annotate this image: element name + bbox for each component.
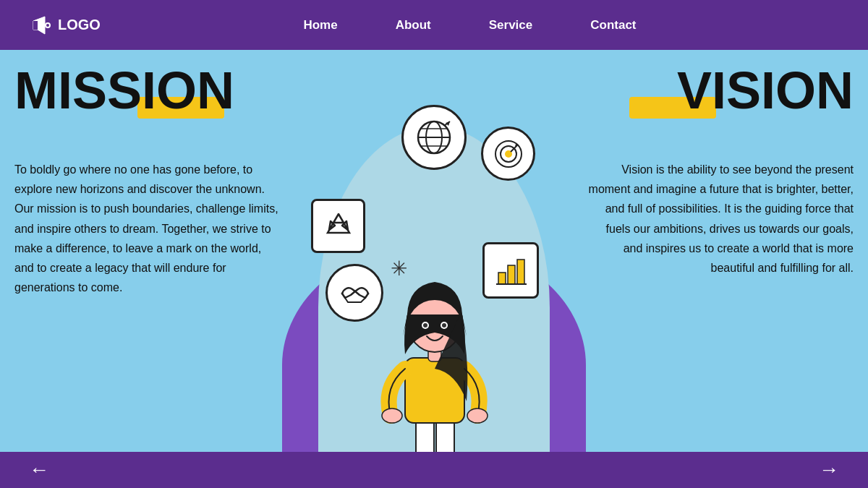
svg-rect-1 [33, 21, 38, 30]
svg-point-36 [442, 323, 446, 328]
nav-home[interactable]: Home [303, 18, 337, 33]
chart-icon-box [482, 242, 539, 299]
recycle-icon [320, 208, 357, 244]
person-svg [369, 242, 499, 488]
asterisk-decoration: ✳ [391, 257, 407, 281]
vision-title: VISION [677, 64, 854, 116]
mission-title: MISSION [14, 64, 234, 116]
vision-section: VISION Vision is the ability to see beyo… [564, 50, 868, 488]
recycle-icon-box [311, 199, 365, 253]
nav-service[interactable]: Service [489, 18, 533, 33]
svg-point-29 [382, 408, 402, 423]
center-illustration: ✳ [289, 83, 579, 488]
nav-links: Home About Service Contact [101, 18, 839, 33]
svg-point-30 [467, 408, 488, 423]
handshake-icon-box [326, 264, 383, 322]
mission-section: MISSION To boldly go where no one has go… [0, 50, 304, 488]
nav-contact[interactable]: Contact [590, 18, 636, 33]
logo[interactable]: LOGO [29, 14, 101, 37]
vision-text: Vision is the ability to see beyond the … [586, 160, 854, 278]
globe-icon [412, 116, 456, 159]
svg-line-14 [511, 145, 518, 152]
navbar: LOGO Home About Service Contact [0, 0, 868, 50]
svg-point-34 [423, 323, 427, 328]
mission-text: To boldly go where no one has gone befor… [14, 160, 282, 297]
svg-rect-20 [498, 273, 506, 284]
prev-button[interactable]: ← [29, 460, 49, 480]
target-icon-box [481, 127, 535, 181]
globe-icon-box [401, 105, 467, 170]
chart-icon [493, 252, 529, 288]
svg-rect-21 [508, 265, 515, 284]
bottom-bar: ← → [0, 452, 868, 488]
svg-marker-16 [333, 214, 344, 223]
next-button[interactable]: → [819, 460, 839, 480]
megaphone-icon [29, 14, 52, 37]
svg-point-3 [46, 23, 50, 27]
handshake-icon [335, 273, 375, 313]
nav-about[interactable]: About [396, 18, 431, 33]
svg-rect-22 [517, 260, 524, 284]
person-illustration [369, 242, 499, 488]
target-icon [490, 136, 527, 172]
main-content: MISSION To boldly go where no one has go… [0, 50, 868, 488]
